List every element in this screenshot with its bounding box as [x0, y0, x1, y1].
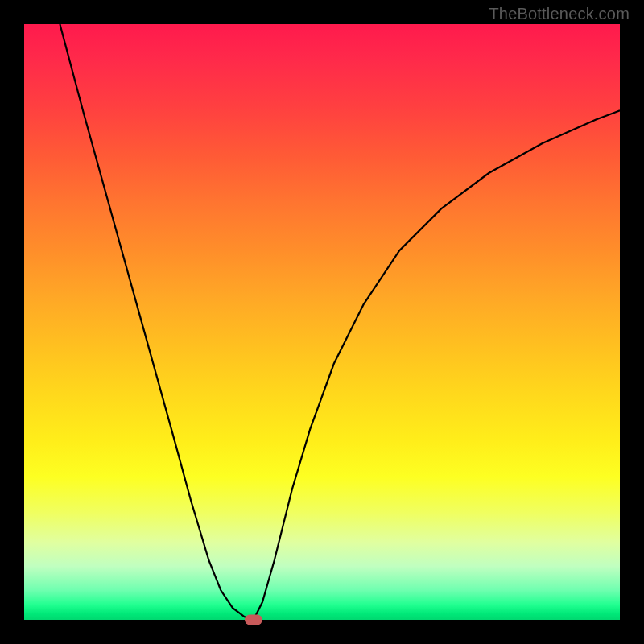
watermark-text: TheBottleneck.com — [489, 5, 630, 23]
optimal-point-marker — [245, 615, 262, 625]
plot-area — [24, 24, 620, 620]
bottleneck-curve — [24, 24, 620, 620]
